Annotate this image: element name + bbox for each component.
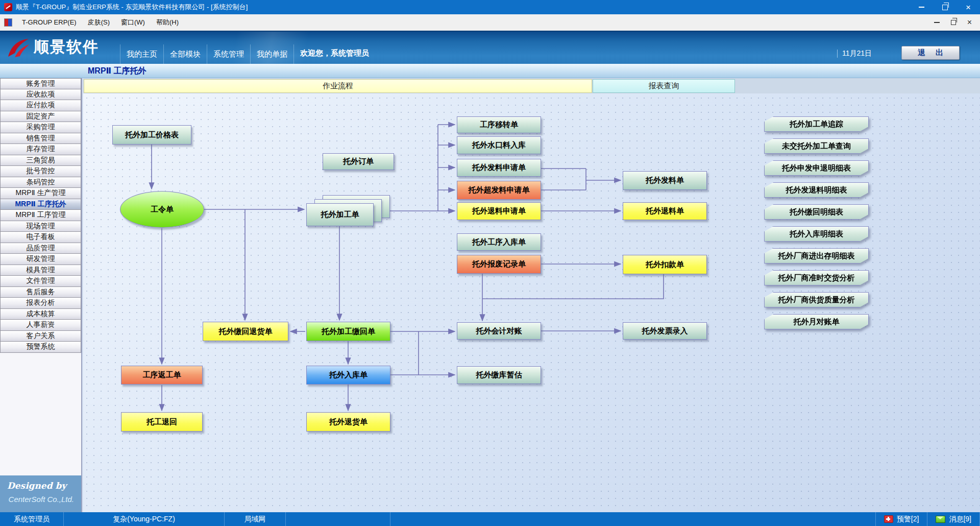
flow-node-issue-request[interactable]: 托外发料申请单 xyxy=(457,159,541,177)
sidebar-item[interactable]: 三角贸易 xyxy=(0,155,81,166)
sidebar-item[interactable]: 应收款项 xyxy=(0,89,81,101)
report-button[interactable]: 托外加工单追踪 xyxy=(764,116,869,132)
sidebar-item[interactable]: 售后服务 xyxy=(0,287,81,298)
report-button[interactable]: 托外申发申退明细表 xyxy=(764,160,869,176)
flow-node-process-order[interactable]: 托外加工单 xyxy=(306,203,374,226)
minimize-button[interactable] xyxy=(910,0,933,14)
report-button[interactable]: 托外入库明细表 xyxy=(764,226,869,242)
sidebar-item[interactable]: 人事薪资 xyxy=(0,320,81,331)
envelope-icon xyxy=(936,516,945,523)
flow-node-water-material[interactable]: 托外水口料入库 xyxy=(457,136,541,154)
flow-node-accounting-check[interactable]: 托外会计对账 xyxy=(457,322,541,340)
flow-node-submit-return[interactable]: 托外缴回退货单 xyxy=(203,322,288,341)
flow-node-price-list[interactable]: 托外加工价格表 xyxy=(112,125,191,145)
close-button[interactable]: × xyxy=(957,0,980,14)
window-title: 顺景『T-GROUP』制造业ERP系统 - 东莞顺景软件科技有限公司 - [系统… xyxy=(16,3,248,12)
report-button[interactable]: 托外发退料明细表 xyxy=(764,182,869,198)
report-button[interactable]: 托外缴回明细表 xyxy=(764,204,869,220)
menu-item[interactable]: 帮助(H) xyxy=(151,14,184,31)
status-segment: 系统管理员 xyxy=(0,512,64,526)
erp-application-window: 顺景『T-GROUP』制造业ERP系统 - 东莞顺景软件科技有限公司 - [系统… xyxy=(0,0,980,526)
nav-tab-系统管理[interactable]: 系统管理 xyxy=(207,44,250,64)
flow-node-process-submit[interactable]: 托外加工缴回单 xyxy=(306,322,390,341)
divider xyxy=(837,50,838,58)
flow-node-process-stockin[interactable]: 托外工序入库单 xyxy=(457,233,541,251)
sidebar-item[interactable]: 库存管理 xyxy=(0,144,81,155)
red-swoosh-icon xyxy=(6,37,30,58)
flow-node-return-note[interactable]: 托外退料单 xyxy=(623,202,707,220)
report-button-wrap: 托外月对账单 xyxy=(764,314,869,329)
sidebar-item[interactable]: 固定资产 xyxy=(0,111,81,123)
flow-node-work-order[interactable]: 工令单 xyxy=(120,191,204,228)
sidebar-item[interactable]: 品质管理 xyxy=(0,243,81,254)
sidebar-item[interactable]: 销售管理 xyxy=(0,133,81,145)
flow-node-issue-note[interactable]: 托外发料单 xyxy=(623,171,707,190)
mdi-minimize-icon[interactable] xyxy=(934,22,940,23)
sidebar-item[interactable]: 模具管理 xyxy=(0,265,81,276)
flow-node-outsource-order[interactable]: 托外订单 xyxy=(323,153,394,170)
report-button-wrap: 未交托外加工单查询 xyxy=(764,138,869,154)
mdi-restore-icon[interactable] xyxy=(951,20,956,25)
module-list: 账务管理应收款项应付款项固定资产采购管理销售管理库存管理三角贸易批号管控条码管控… xyxy=(0,78,81,353)
messages-item[interactable]: 消息[9] xyxy=(927,512,980,526)
designed-by-block: Designed by CenterSoft Co.,Ltd. xyxy=(0,475,81,512)
sidebar-item[interactable]: MRPⅡ 工序托外 xyxy=(0,199,81,210)
sidebar-item[interactable]: 预警系统 xyxy=(0,342,81,353)
report-button[interactable]: 未交托外加工单查询 xyxy=(764,138,869,154)
brand-logo-text: 顺景软件 xyxy=(34,37,99,58)
menu-item[interactable]: 皮肤(S) xyxy=(82,14,115,31)
restore-icon xyxy=(942,5,948,10)
sidebar-item[interactable]: 批号管控 xyxy=(0,166,81,177)
flow-node-rework-order[interactable]: 工序返工单 xyxy=(121,366,203,385)
flow-node-goods-return[interactable]: 托外退货单 xyxy=(306,412,390,432)
current-date: 11月21日 xyxy=(842,49,872,58)
sidebar-item[interactable]: 采购管理 xyxy=(0,122,81,133)
nav-tab-全部模块[interactable]: 全部模块 xyxy=(163,44,207,64)
report-button-wrap: 托外加工单追踪 xyxy=(764,116,869,132)
designed-by-text: Designed by xyxy=(7,481,74,491)
menu-items: T-GROUP ERP(E)皮肤(S)窗口(W)帮助(H) xyxy=(16,14,184,31)
alerts-item[interactable]: 预警[2] xyxy=(875,512,927,526)
sidebar-item[interactable]: 条码管控 xyxy=(0,177,81,188)
sidebar-item[interactable]: 报表分析 xyxy=(0,298,81,309)
flow-node-transfer[interactable]: 工序移转单 xyxy=(457,116,541,133)
sidebar-item[interactable]: 文件管理 xyxy=(0,276,81,287)
sidebar-item[interactable]: 成本核算 xyxy=(0,309,81,320)
messages-label: 消息[9] xyxy=(949,515,971,524)
window-titlebar: 顺景『T-GROUP』制造业ERP系统 - 东莞顺景软件科技有限公司 - [系统… xyxy=(0,0,980,14)
sidebar-item[interactable]: 现场管理 xyxy=(0,221,81,232)
sidebar-item[interactable]: 应付款项 xyxy=(0,100,81,111)
sidebar-item[interactable]: 电子看板 xyxy=(0,232,81,243)
sidebar-item[interactable]: 账务管理 xyxy=(0,78,81,89)
sidebar-item[interactable]: MRPⅡ 生产管理 xyxy=(0,188,81,199)
report-button[interactable]: 托外厂商供货质量分析 xyxy=(764,292,869,307)
report-button[interactable]: 托外厂商进出存明细表 xyxy=(764,248,869,264)
flow-node-overissue-request[interactable]: 托外超发料申请单 xyxy=(457,181,541,200)
sidebar-item[interactable]: 客户关系 xyxy=(0,331,81,342)
sidebar-item[interactable]: MRPⅡ 工序管理 xyxy=(0,210,81,221)
mdi-close-icon[interactable]: × xyxy=(967,18,972,27)
menu-item[interactable]: T-GROUP ERP(E) xyxy=(16,14,82,31)
report-button-wrap: 托外申发申退明细表 xyxy=(764,160,869,176)
report-button-wrap: 托外厂商进出存明细表 xyxy=(764,248,869,264)
flow-node-invoice-entry[interactable]: 托外发票录入 xyxy=(623,322,707,340)
report-button-wrap: 托外缴回明细表 xyxy=(764,204,869,220)
sidebar-item[interactable]: 研发管理 xyxy=(0,254,81,265)
page-title: MRPⅡ 工序托外 xyxy=(88,64,980,78)
flow-node-stockin-estimate[interactable]: 托外缴库暂估 xyxy=(457,366,541,384)
flow-node-deduction-note[interactable]: 托外扣款单 xyxy=(623,255,707,274)
nav-tab-我的主页[interactable]: 我的主页 xyxy=(120,44,163,64)
first-aid-kit-icon xyxy=(884,515,893,523)
restore-button[interactable] xyxy=(933,0,957,14)
flow-node-stock-in[interactable]: 托外入库单 xyxy=(306,366,390,385)
flow-node-consign-return[interactable]: 托工退回 xyxy=(121,412,203,432)
report-button-wrap: 托外厂商准时交货分析 xyxy=(764,270,869,285)
logout-button[interactable]: 退 出 xyxy=(901,46,960,60)
flow-node-return-request[interactable]: 托外退料申请单 xyxy=(457,202,541,220)
flow-node-scrap-record[interactable]: 托外报废记录单 xyxy=(457,255,541,274)
alerts-label: 预警[2] xyxy=(897,515,919,524)
report-button[interactable]: 托外月对账单 xyxy=(764,314,869,329)
menu-item[interactable]: 窗口(W) xyxy=(115,14,151,31)
report-button[interactable]: 托外厂商准时交货分析 xyxy=(764,270,869,285)
nav-tab-我的单据[interactable]: 我的单据 xyxy=(250,44,294,64)
